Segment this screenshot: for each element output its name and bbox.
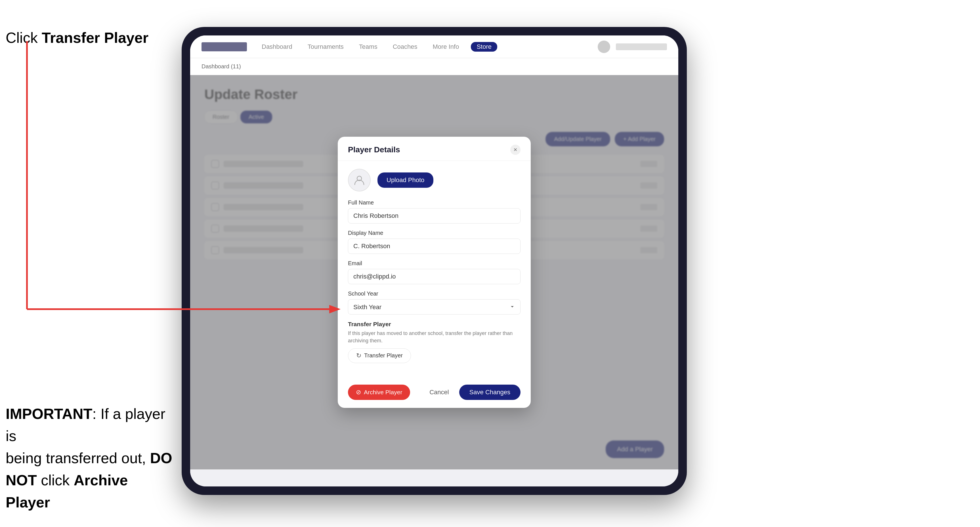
nav-item-coaches[interactable]: Coaches <box>390 42 421 52</box>
full-name-group: Full Name <box>348 199 520 224</box>
instruction-not: NOT <box>6 472 37 489</box>
email-group: Email <box>348 260 520 284</box>
archive-label: Archive Player <box>364 389 402 396</box>
person-icon <box>354 175 365 186</box>
cancel-button[interactable]: Cancel <box>424 385 454 400</box>
email-label: Email <box>348 260 520 267</box>
archive-player-button[interactable]: ⊘ Archive Player <box>348 385 410 400</box>
transfer-section-title: Transfer Player <box>348 321 520 328</box>
email-input[interactable] <box>348 269 520 284</box>
tablet-screen: Dashboard Tournaments Teams Coaches More… <box>190 35 678 486</box>
app-background: Dashboard Tournaments Teams Coaches More… <box>190 35 678 486</box>
save-changes-button[interactable]: Save Changes <box>459 385 520 400</box>
app-logo <box>202 42 247 51</box>
modal-body: Upload Photo Full Name Display Name <box>338 161 531 379</box>
player-details-modal: Player Details × <box>338 137 531 408</box>
transfer-icon: ↻ <box>356 352 361 359</box>
modal-header: Player Details × <box>338 137 531 161</box>
breadcrumb: Dashboard (11) <box>202 63 241 70</box>
modal-footer: ⊘ Archive Player Cancel Save Changes <box>338 379 531 408</box>
nav-items: Dashboard Tournaments Teams Coaches More… <box>258 42 586 52</box>
instruction-being: being transferred out, <box>6 450 150 466</box>
transfer-button-label: Transfer Player <box>364 352 403 359</box>
tablet-device: Dashboard Tournaments Teams Coaches More… <box>181 27 687 495</box>
instruction-highlight: Transfer Player <box>42 30 148 46</box>
modal-close-button[interactable]: × <box>510 144 520 155</box>
school-year-group: School Year First Year Second Year Third… <box>348 290 520 314</box>
modal-overlay: Player Details × <box>190 75 678 470</box>
content-area: Update Roster Roster Active Add/Update P… <box>190 75 678 470</box>
nav-right <box>598 41 667 53</box>
nav-item-dashboard[interactable]: Dashboard <box>258 42 296 52</box>
school-year-select[interactable]: First Year Second Year Third Year Fourth… <box>348 299 520 314</box>
sub-navigation: Dashboard (11) <box>190 58 678 75</box>
nav-name <box>616 43 667 50</box>
display-name-input[interactable] <box>348 238 520 254</box>
display-name-label: Display Name <box>348 230 520 236</box>
nav-item-moreinfo[interactable]: More Info <box>429 42 462 52</box>
instruction-important: IMPORTANT <box>6 406 92 422</box>
top-navigation: Dashboard Tournaments Teams Coaches More… <box>190 35 678 58</box>
archive-icon: ⊘ <box>356 389 361 396</box>
transfer-section-description: If this player has moved to another scho… <box>348 330 520 344</box>
instruction-do: DO <box>150 450 172 466</box>
transfer-player-section: Transfer Player If this player has moved… <box>348 321 520 363</box>
instruction-bottom: IMPORTANT: If a player is being transfer… <box>6 403 176 513</box>
display-name-group: Display Name <box>348 230 520 254</box>
full-name-label: Full Name <box>348 199 520 206</box>
instruction-prefix: Click <box>6 30 42 46</box>
nav-item-tournaments[interactable]: Tournaments <box>304 42 347 52</box>
nav-item-store[interactable]: Store <box>471 42 497 52</box>
transfer-player-button[interactable]: ↻ Transfer Player <box>348 348 411 363</box>
avatar-section: Upload Photo <box>348 169 520 192</box>
modal-title: Player Details <box>348 145 400 154</box>
instruction-top: Click Transfer Player <box>6 29 148 48</box>
avatar-circle <box>348 169 371 192</box>
school-year-label: School Year <box>348 290 520 297</box>
upload-photo-button[interactable]: Upload Photo <box>377 173 433 188</box>
full-name-input[interactable] <box>348 208 520 224</box>
nav-item-teams[interactable]: Teams <box>356 42 381 52</box>
nav-avatar <box>598 41 610 53</box>
instruction-click: click <box>37 472 74 489</box>
